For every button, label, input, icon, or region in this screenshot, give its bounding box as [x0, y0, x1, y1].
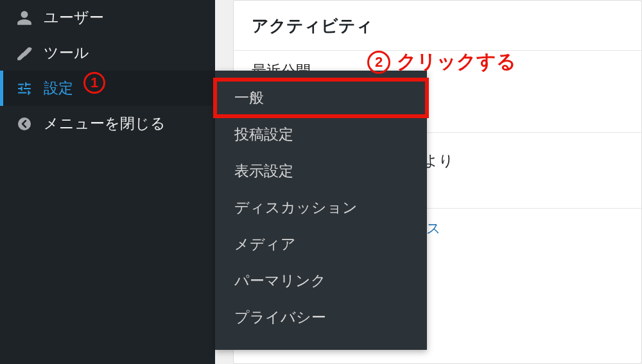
settings-submenu: 一般 投稿設定 表示設定 ディスカッション メディア パーマリンク プライバシー — [215, 71, 427, 350]
wrench-icon — [15, 44, 33, 62]
sidebar-item-label: ユーザー — [44, 8, 202, 28]
submenu-item-reading[interactable]: 表示設定 — [215, 153, 427, 189]
sliders-icon — [15, 80, 33, 98]
admin-sidebar: ユーザー ツール 設定 メニューを閉じる — [0, 0, 215, 364]
svg-point-0 — [18, 117, 31, 130]
annotation-marker-1: 1 — [83, 72, 105, 94]
sidebar-item-tools[interactable]: ツール — [0, 35, 215, 71]
submenu-item-writing[interactable]: 投稿設定 — [215, 116, 427, 153]
submenu-item-permalink[interactable]: パーマリンク — [215, 263, 427, 299]
sidebar-item-users[interactable]: ユーザー — [0, 0, 215, 35]
spam-link-partial[interactable]: ス — [426, 220, 441, 236]
submenu-item-discussion[interactable]: ディスカッション — [215, 189, 427, 226]
submenu-item-privacy[interactable]: プライバシー — [215, 299, 427, 336]
sidebar-item-collapse[interactable]: メニューを閉じる — [0, 106, 215, 141]
annotation-number-2: 2 — [367, 51, 390, 74]
annotation-marker-2: 2 クリックする — [367, 49, 516, 75]
submenu-item-general[interactable]: 一般 — [215, 80, 427, 116]
sidebar-item-label: ツール — [44, 43, 202, 63]
sidebar-item-label: メニューを閉じる — [44, 114, 202, 134]
sidebar-item-label: 設定 — [44, 78, 202, 98]
sidebar-item-settings[interactable]: 設定 — [0, 71, 215, 106]
annotation-text-2: クリックする — [397, 49, 516, 75]
user-icon — [15, 9, 33, 27]
collapse-icon — [15, 115, 33, 133]
submenu-item-media[interactable]: メディア — [215, 226, 427, 263]
card-title: アクティビティ — [234, 1, 641, 51]
